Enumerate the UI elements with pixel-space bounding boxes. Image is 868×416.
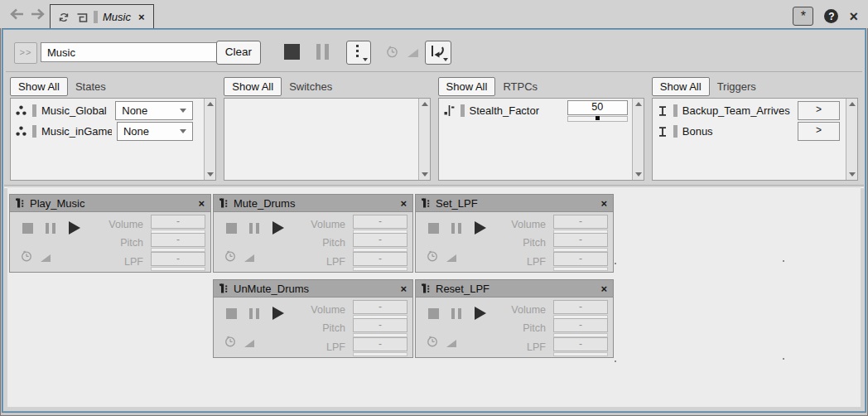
help-button[interactable]: ?: [824, 9, 838, 23]
field-slider[interactable]: [353, 352, 407, 356]
view-controls: * ? ×: [793, 7, 858, 26]
field-value[interactable]: -: [151, 215, 205, 229]
pause-button[interactable]: [451, 308, 461, 319]
field-slider[interactable]: [553, 267, 608, 271]
field-value[interactable]: -: [151, 252, 205, 266]
play-button[interactable]: [475, 221, 486, 235]
pause-button[interactable]: [249, 308, 259, 319]
stop-button[interactable]: [428, 308, 439, 319]
field-slider[interactable]: [553, 352, 608, 356]
field-value[interactable]: -: [353, 233, 407, 247]
field-value[interactable]: -: [553, 233, 608, 247]
field-value[interactable]: -: [353, 337, 407, 351]
module-title: Mute_Drums: [234, 197, 295, 210]
stop-button[interactable]: [226, 223, 237, 234]
play-button[interactable]: [69, 221, 80, 235]
scroll-down-icon[interactable]: [846, 169, 857, 180]
rtpc-value-field[interactable]: 50: [567, 100, 628, 115]
field-value[interactable]: -: [553, 215, 608, 229]
module-field-group: Volume -: [311, 215, 407, 234]
show-all-rtpcs-button[interactable]: Show All: [438, 77, 496, 96]
show-all-switches-button[interactable]: Show All: [224, 77, 282, 96]
scroll-up-icon[interactable]: [419, 99, 430, 109]
scrollbar[interactable]: [204, 99, 215, 180]
pause-all-button[interactable]: [316, 44, 330, 60]
scroll-up-icon[interactable]: [205, 99, 215, 109]
field-label: Pitch: [523, 322, 546, 334]
field-value[interactable]: -: [553, 300, 608, 314]
module-titlebar[interactable]: UnMute_Drums ×: [214, 280, 412, 297]
scroll-down-icon[interactable]: [419, 169, 430, 180]
scroll-down-icon[interactable]: [633, 169, 644, 180]
pause-button[interactable]: [249, 223, 259, 234]
module-close-icon[interactable]: ×: [600, 197, 607, 210]
rtpc-slider-thumb[interactable]: [596, 116, 600, 120]
module-close-icon[interactable]: ×: [198, 197, 205, 210]
state-value: None: [118, 125, 149, 138]
show-all-triggers-button[interactable]: Show All: [652, 77, 710, 96]
field-value[interactable]: -: [353, 252, 407, 266]
module-titlebar[interactable]: Play_Music ×: [10, 195, 210, 212]
field-label: Pitch: [322, 322, 345, 334]
play-button[interactable]: [272, 307, 284, 320]
scrollbar[interactable]: [632, 99, 644, 180]
scrollbar[interactable]: [846, 99, 857, 180]
module-close-icon[interactable]: ×: [400, 283, 407, 295]
field-value[interactable]: -: [353, 318, 407, 332]
stop-button[interactable]: [226, 308, 237, 319]
scrollbar[interactable]: [418, 99, 430, 180]
module-close-icon[interactable]: ×: [400, 197, 407, 210]
rtpc-slider[interactable]: [567, 116, 628, 122]
show-all-states-button[interactable]: Show All: [10, 77, 68, 96]
field-value[interactable]: -: [151, 233, 205, 247]
field-value[interactable]: -: [553, 337, 608, 351]
field-value[interactable]: -: [553, 252, 608, 266]
field-slider[interactable]: [151, 267, 205, 271]
expand-button[interactable]: >>: [14, 42, 37, 64]
states-title: States: [75, 80, 106, 93]
field-value[interactable]: -: [353, 300, 407, 314]
toolbar: >> Clear: [11, 41, 857, 65]
more-options-button[interactable]: [346, 41, 371, 65]
state-row: Music_inGame None: [11, 121, 204, 142]
stop-button[interactable]: [428, 223, 439, 234]
scroll-down-icon[interactable]: [205, 169, 215, 180]
field-value[interactable]: -: [553, 318, 608, 332]
play-button[interactable]: [272, 221, 284, 235]
session-name-input[interactable]: [41, 42, 218, 62]
module-titlebar[interactable]: Reset_LPF ×: [416, 280, 613, 297]
pause-button[interactable]: [46, 223, 55, 234]
module-titlebar[interactable]: Mute_Drums ×: [214, 195, 412, 212]
stop-button[interactable]: [22, 223, 33, 234]
grid-dot: [783, 358, 784, 360]
post-trigger-button[interactable]: >: [798, 101, 840, 120]
scroll-up-icon[interactable]: [846, 99, 857, 109]
clock-icon: [426, 335, 439, 348]
tab-music[interactable]: Music ×: [50, 4, 154, 29]
back-arrow-icon[interactable]: [8, 7, 25, 21]
field-label: Volume: [311, 304, 345, 316]
scroll-up-icon[interactable]: [633, 99, 644, 109]
pin-view-button[interactable]: *: [793, 7, 813, 26]
rtpcs-title: RTPCs: [503, 80, 538, 93]
clear-button[interactable]: Clear: [216, 41, 261, 65]
rtpc-row: Stealth_Factor 50: [439, 100, 632, 121]
panel-states: Show All States Music_Global None Music_…: [10, 75, 216, 182]
clock-icon: [224, 249, 237, 263]
module-titlebar[interactable]: Set_LPF ×: [416, 195, 613, 212]
forward-arrow-icon[interactable]: [30, 7, 46, 21]
trigger-icon: [657, 126, 668, 138]
state-group-icon: [15, 104, 27, 117]
close-view-button[interactable]: ×: [849, 10, 858, 23]
module-close-icon[interactable]: ×: [600, 283, 607, 295]
state-value-dropdown[interactable]: None: [117, 122, 193, 141]
reset-all-button[interactable]: [425, 41, 451, 65]
tab-close-icon[interactable]: ×: [138, 11, 145, 23]
pause-button[interactable]: [451, 223, 461, 234]
state-value-dropdown[interactable]: None: [115, 101, 193, 120]
post-trigger-button[interactable]: >: [798, 122, 840, 141]
field-slider[interactable]: [353, 267, 407, 271]
field-value[interactable]: -: [353, 215, 407, 229]
stop-all-button[interactable]: [284, 44, 300, 60]
play-button[interactable]: [475, 307, 486, 320]
